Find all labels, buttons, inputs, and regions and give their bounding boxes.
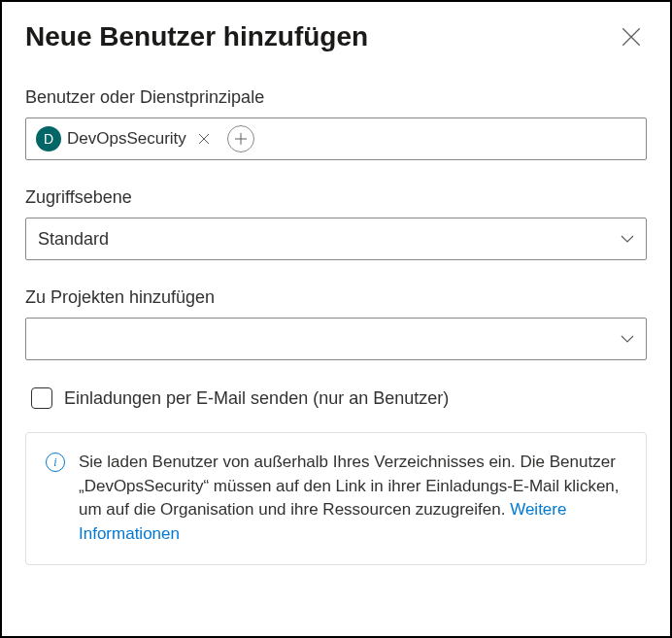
chevron-down-icon — [621, 235, 634, 243]
access-level-field-group: Zugriffsebene Standard — [25, 187, 647, 260]
access-level-dropdown[interactable]: Standard — [25, 218, 647, 260]
people-picker[interactable]: D DevOpsSecurity — [25, 118, 647, 160]
access-level-value: Standard — [38, 229, 109, 250]
close-icon — [198, 133, 210, 145]
projects-dropdown[interactable] — [25, 318, 647, 360]
avatar: D — [36, 126, 61, 151]
close-button[interactable] — [616, 21, 647, 52]
info-message-box: i Sie laden Benutzer von außerhalb Ihres… — [25, 432, 647, 565]
user-chip: D DevOpsSecurity — [34, 124, 219, 153]
dialog-title: Neue Benutzer hinzufügen — [25, 21, 368, 52]
chip-remove-button[interactable] — [192, 127, 216, 151]
close-icon — [622, 27, 641, 47]
add-user-button[interactable] — [227, 125, 254, 152]
projects-label: Zu Projekten hinzufügen — [25, 287, 647, 308]
users-field-label: Benutzer oder Dienstprinzipale — [25, 87, 647, 108]
email-invite-row: Einladungen per E-Mail senden (nur an Be… — [25, 387, 647, 409]
plus-icon — [234, 132, 248, 146]
email-invite-checkbox[interactable] — [31, 387, 52, 409]
email-invite-label: Einladungen per E-Mail senden (nur an Be… — [64, 388, 449, 409]
projects-field-group: Zu Projekten hinzufügen — [25, 287, 647, 360]
chevron-down-icon — [621, 335, 634, 343]
info-text: Sie laden Benutzer von außerhalb Ihres V… — [79, 451, 626, 547]
chip-label: DevOpsSecurity — [67, 129, 186, 149]
info-icon: i — [46, 453, 65, 472]
dialog-header: Neue Benutzer hinzufügen — [25, 21, 647, 52]
access-level-label: Zugriffsebene — [25, 187, 647, 208]
users-field-group: Benutzer oder Dienstprinzipale D DevOpsS… — [25, 87, 647, 160]
